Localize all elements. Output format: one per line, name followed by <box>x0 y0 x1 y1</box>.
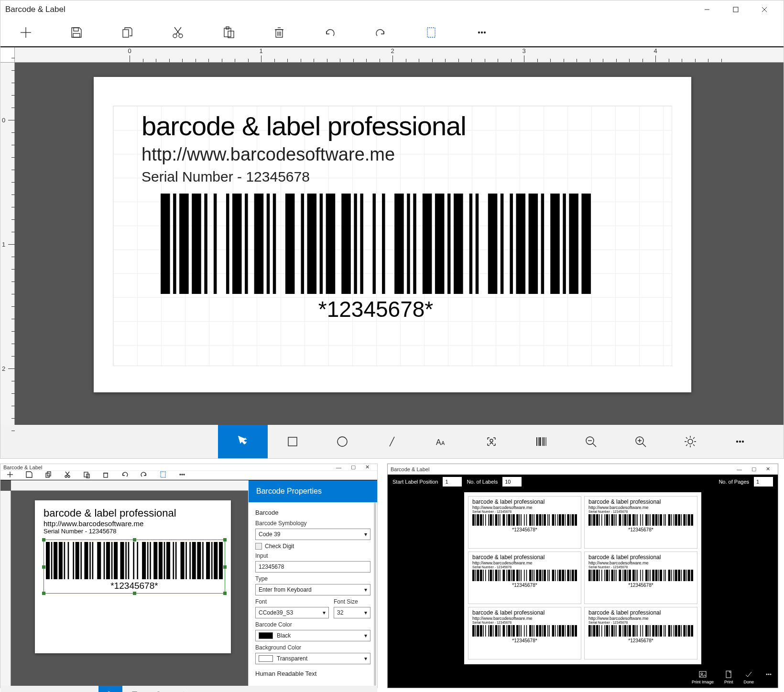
bl-cut-icon[interactable] <box>64 471 71 480</box>
svg-rect-267 <box>562 570 564 581</box>
svg-rect-265 <box>557 570 558 581</box>
print-button[interactable]: Print <box>724 670 733 684</box>
barcode-text: *12345678* <box>161 296 591 322</box>
svg-rect-380 <box>652 625 654 637</box>
barcode-tool[interactable] <box>516 425 566 458</box>
svg-rect-276 <box>596 570 599 581</box>
svg-rect-192 <box>591 514 592 526</box>
svg-rect-176 <box>539 514 542 526</box>
font-select[interactable]: CCode39_S3▾ <box>255 607 329 618</box>
bl-page-icon[interactable] <box>159 471 167 480</box>
bl-barcode-selected[interactable]: *12345678* <box>44 540 225 594</box>
start-label-input[interactable]: 1 <box>443 477 462 487</box>
label-url[interactable]: http://www.barcodesoftware.me <box>142 144 672 165</box>
svg-rect-248 <box>512 570 515 581</box>
svg-rect-392 <box>683 625 686 637</box>
bl-undo-icon[interactable] <box>121 471 129 480</box>
svg-rect-111 <box>68 542 69 579</box>
svg-rect-255 <box>532 570 533 581</box>
bl-min-icon[interactable]: — <box>331 465 346 470</box>
cut-button[interactable] <box>152 18 203 47</box>
svg-line-12 <box>174 27 180 34</box>
text-tool[interactable]: AA <box>417 425 467 458</box>
bl-copy-icon[interactable] <box>44 471 52 480</box>
type-select[interactable]: Enter from Keyboard▾ <box>255 584 370 595</box>
svg-rect-302 <box>664 570 664 581</box>
svg-rect-262 <box>549 570 550 581</box>
barcode-object[interactable]: *12345678* <box>161 194 591 322</box>
bl-title: Barcode & Label <box>3 465 42 470</box>
br-more-button[interactable] <box>764 670 773 684</box>
bl-new-icon[interactable] <box>6 471 14 480</box>
undo-button[interactable] <box>305 18 355 47</box>
input-field[interactable]: 12345678 <box>255 561 370 573</box>
br-max-icon[interactable]: ▢ <box>747 466 761 472</box>
copy-button[interactable] <box>102 18 152 47</box>
nlabels-input[interactable]: 10 <box>502 477 522 487</box>
rectangle-tool[interactable] <box>268 425 317 458</box>
close-button[interactable] <box>750 0 779 19</box>
label-page[interactable]: barcode & label professional http://www.… <box>94 77 691 392</box>
npages-input[interactable]: 1 <box>754 477 773 487</box>
label-title[interactable]: barcode & label professional <box>142 110 672 141</box>
svg-rect-64 <box>563 194 566 294</box>
font-size-select[interactable]: 32▾ <box>334 607 370 618</box>
svg-rect-221 <box>665 514 666 526</box>
svg-point-23 <box>479 32 480 33</box>
new-button[interactable] <box>0 18 51 47</box>
paste-button[interactable] <box>203 18 254 47</box>
label-serial[interactable]: Serial Number - 12345678 <box>142 169 672 185</box>
bl-paste-icon[interactable] <box>83 471 90 480</box>
bl-more-icon[interactable] <box>178 471 186 480</box>
more-button[interactable] <box>457 18 507 47</box>
bl-close-icon[interactable]: ✕ <box>360 464 374 470</box>
redo-button[interactable] <box>355 18 406 47</box>
delete-button[interactable] <box>254 18 305 47</box>
done-button[interactable]: Done <box>743 670 754 684</box>
bl-redo-icon[interactable] <box>140 471 148 480</box>
bl-circle-tool[interactable] <box>146 686 170 692</box>
minimize-button[interactable] <box>693 0 721 19</box>
bl-save-icon[interactable] <box>25 471 33 480</box>
maximize-button[interactable] <box>721 0 750 19</box>
props-section-barcode: Barcode <box>255 509 370 516</box>
svg-rect-324 <box>498 625 499 637</box>
check-digit-checkbox[interactable]: Check Digit <box>255 543 370 550</box>
bl-pointer-tool[interactable] <box>98 686 122 692</box>
design-surface[interactable]: barcode & label professional http://www.… <box>15 63 784 425</box>
pointer-tool[interactable] <box>218 425 268 458</box>
symbology-select[interactable]: Code 39▾ <box>255 529 370 540</box>
page-setup-button[interactable] <box>406 18 457 47</box>
image-tool[interactable] <box>467 425 516 458</box>
bl-line-tool[interactable] <box>170 686 194 692</box>
bl-delete-icon[interactable] <box>102 471 109 480</box>
bg-color-select[interactable]: Transparent▾ <box>255 653 370 664</box>
bl-rect-tool[interactable] <box>122 686 146 692</box>
overflow-button[interactable] <box>715 425 765 458</box>
svg-rect-264 <box>555 570 556 581</box>
br-min-icon[interactable]: — <box>732 466 747 472</box>
svg-point-94 <box>65 476 67 477</box>
preview-area[interactable]: barcode & label professionalhttp://www.b… <box>388 489 778 667</box>
svg-rect-133 <box>164 542 165 579</box>
save-button[interactable] <box>51 18 102 47</box>
svg-point-104 <box>182 474 183 475</box>
zoom-out-button[interactable] <box>566 425 616 458</box>
br-close-icon[interactable]: ✕ <box>761 466 775 472</box>
settings-button[interactable] <box>665 425 715 458</box>
bl-title-text[interactable]: barcode & label professional <box>44 507 222 519</box>
bl-url-text[interactable]: http://www.barcodesoftware.me <box>44 519 222 528</box>
print-image-button[interactable]: Print Image <box>692 670 714 684</box>
bl-ruler-h <box>11 480 248 491</box>
bl-max-icon[interactable]: ▢ <box>346 464 360 470</box>
svg-rect-245 <box>506 570 507 581</box>
barcode-color-select[interactable]: Black▾ <box>255 630 370 641</box>
svg-rect-55 <box>469 194 473 294</box>
zoom-in-button[interactable] <box>616 425 665 458</box>
bl-canvas[interactable]: barcode & label professional http://www.… <box>0 480 248 686</box>
bl-serial-text[interactable]: Serial Number - 12345678 <box>44 528 222 535</box>
line-tool[interactable] <box>367 425 417 458</box>
bl-page[interactable]: barcode & label professional http://www.… <box>35 500 231 653</box>
ellipse-tool[interactable] <box>317 425 367 458</box>
svg-rect-315 <box>475 625 476 637</box>
